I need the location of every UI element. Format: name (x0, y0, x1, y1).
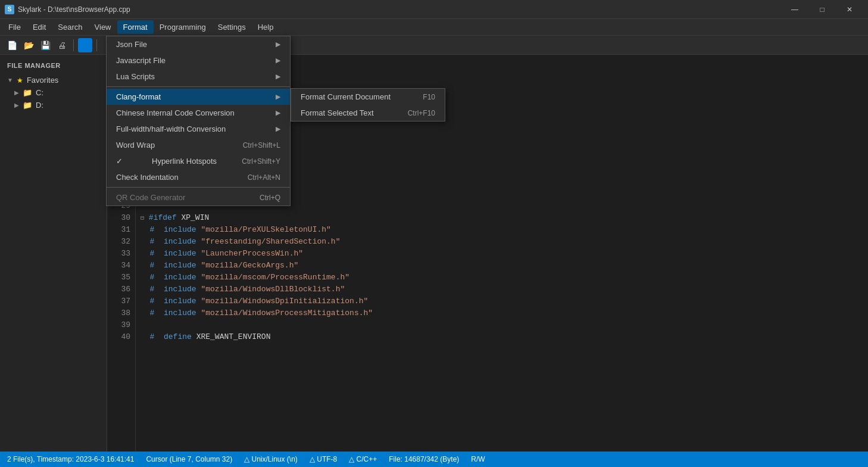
format-menu-qr[interactable]: QR Code Generator Ctrl+Q (107, 189, 290, 206)
toolbar-highlight[interactable] (78, 38, 92, 52)
status-files: 2 File(s), Timestamp: 2023-6-3 16:41:41 (7, 455, 134, 463)
menu-settings[interactable]: Settings (212, 20, 252, 34)
format-menu-indent[interactable]: Check Indentation Ctrl+Alt+N (107, 169, 290, 185)
menu-view[interactable]: View (89, 20, 117, 34)
app-icon: S (5, 5, 14, 14)
word-wrap-shortcut: Ctrl+Shift+L (243, 141, 280, 150)
format-selected-label: Format Selected Text (301, 108, 384, 117)
toolbar-save[interactable]: 💾 (38, 38, 52, 52)
code-line-37: # include "mozilla/WindowsDpiInitializat… (140, 295, 863, 307)
code-line-31: # include "mozilla/PreXULSkeletonUI.h" (140, 224, 863, 236)
code-line-30: ⊟ #ifdef XP_WIN (140, 212, 863, 224)
d-drive-label: D: (36, 101, 99, 110)
code-line-34: # include "mozilla/GeckoArgs.h" (140, 260, 863, 272)
format-selected-shortcut: Ctrl+F10 (408, 109, 435, 117)
qr-generator-label: QR Code Generator (116, 193, 236, 202)
expand-arrow-favorites: ▼ (7, 77, 13, 83)
lua-scripts-label: Lua Scripts (116, 72, 252, 81)
status-line-ending: △ Unix/Linux (\n) (244, 455, 298, 463)
status-cursor: Cursor (Line 7, Column 32) (146, 455, 232, 463)
format-current-label: Format Current Document (301, 92, 399, 101)
menu-search[interactable]: Search (52, 20, 88, 34)
qr-generator-shortcut: Ctrl+Q (260, 194, 280, 202)
window-title: Skylark - D:\test\nsBrowserApp.cpp (18, 5, 130, 14)
format-menu-fullhalf[interactable]: Full-width/half-width Conversion ▶ (107, 121, 290, 137)
json-file-arrow: ▶ (276, 41, 280, 48)
sidebar-item-favorites[interactable]: ▼ ★ Favorites (0, 74, 107, 86)
folder-icon-c: 📁 (23, 88, 32, 97)
close-button[interactable]: ✕ (836, 0, 863, 19)
sidebar-title: File Manager (0, 60, 107, 74)
format-selected-text[interactable]: Format Selected Text Ctrl+F10 (291, 105, 445, 121)
format-menu-clang[interactable]: Clang-format ▶ (107, 89, 290, 105)
status-encoding: △ UTF-8 (310, 455, 337, 463)
minimize-button[interactable]: — (781, 0, 808, 19)
expand-arrow-d: ▶ (14, 102, 19, 108)
clang-submenu: Format Current Document F10 Format Selec… (291, 88, 445, 122)
chinese-conversion-arrow: ▶ (276, 109, 280, 117)
toolbar-open[interactable]: 📂 (21, 38, 36, 52)
format-current-doc[interactable]: Format Current Document F10 (291, 89, 445, 105)
sidebar: File Manager ▼ ★ Favorites ▶ 📁 C: ▶ 📁 D: (0, 55, 107, 452)
hyperlink-check: ✓ (116, 157, 126, 166)
menu-bar: File Edit Search View Format Programming… (0, 19, 868, 36)
toolbar-sep2 (96, 39, 97, 51)
format-current-shortcut: F10 (423, 93, 435, 101)
javascript-file-arrow: ▶ (276, 57, 280, 64)
code-line-32: # include "freestanding/SharedSection.h" (140, 236, 863, 248)
toolbar-new[interactable]: 📄 (5, 38, 19, 52)
javascript-file-label: Javascript File (116, 56, 252, 65)
format-dropdown: Json File ▶ Javascript File ▶ Lua Script… (106, 36, 291, 206)
status-mode: R/W (471, 455, 485, 463)
word-wrap-label: Word Wrap (116, 141, 219, 150)
format-menu-lua[interactable]: Lua Scripts ▶ (107, 69, 290, 85)
format-sep1 (107, 86, 290, 87)
clang-format-label: Clang-format (116, 92, 252, 101)
maximize-button[interactable]: □ (808, 0, 836, 19)
hyperlink-shortcut: Ctrl+Shift+Y (242, 157, 280, 166)
clang-format-arrow: ▶ (276, 93, 280, 101)
menu-file[interactable]: File (2, 20, 27, 34)
menu-format[interactable]: Format (117, 20, 154, 34)
sidebar-item-d[interactable]: ▶ 📁 D: (0, 99, 107, 111)
format-menu-javascript[interactable]: Javascript File ▶ (107, 52, 290, 69)
title-bar-left: S Skylark - D:\test\nsBrowserApp.cpp (5, 5, 130, 14)
code-line-35: # include "mozilla/mscom/ProcessRuntime.… (140, 272, 863, 284)
status-file-info: File: 14687/342 (Byte) (389, 455, 459, 463)
code-line-33: # include "LauncherProcessWin.h" (140, 248, 863, 260)
expand-arrow-c: ▶ (14, 89, 19, 96)
folder-icon-d: 📁 (23, 101, 32, 110)
title-bar: S Skylark - D:\test\nsBrowserApp.cpp — □… (0, 0, 868, 19)
toolbar-sep1 (73, 39, 74, 51)
format-menu-wordwrap[interactable]: Word Wrap Ctrl+Shift+L (107, 137, 290, 153)
code-line-36: # include "mozilla/WindowsDllBlocklist.h… (140, 284, 863, 295)
format-sep2 (107, 187, 290, 188)
format-menu-chinese[interactable]: Chinese Internal Code Conversion ▶ (107, 105, 290, 121)
status-language: △ C/C++ (349, 455, 377, 463)
sidebar-item-c[interactable]: ▶ 📁 C: (0, 86, 107, 99)
window-controls: — □ ✕ (781, 0, 863, 19)
check-indent-label: Check Indentation (116, 173, 224, 182)
favorites-star-icon: ★ (17, 76, 23, 85)
chinese-conversion-label: Chinese Internal Code Conversion (116, 108, 252, 117)
full-half-arrow: ▶ (276, 125, 280, 133)
format-menu-json[interactable]: Json File ▶ (107, 36, 290, 52)
status-bar: 2 File(s), Timestamp: 2023-6-3 16:41:41 … (0, 452, 868, 467)
code-line-38: # include "mozilla/WindowsProcessMitigat… (140, 307, 863, 319)
toolbar-print[interactable]: 🖨 (55, 38, 69, 52)
code-line-39 (140, 319, 863, 331)
format-menu-hyperlink[interactable]: ✓ Hyperlink Hotspots Ctrl+Shift+Y (107, 153, 290, 169)
favorites-label: Favorites (27, 76, 99, 85)
code-line-40: # define XRE_WANT_ENVIRON (140, 331, 863, 343)
full-half-label: Full-width/half-width Conversion (116, 124, 252, 133)
menu-help[interactable]: Help (252, 20, 280, 34)
json-file-label: Json File (116, 40, 252, 49)
menu-programming[interactable]: Programming (154, 20, 212, 34)
check-indent-shortcut: Ctrl+Alt+N (248, 173, 280, 182)
lua-scripts-arrow: ▶ (276, 73, 280, 80)
hyperlink-label: Hyperlink Hotspots (152, 157, 218, 166)
c-drive-label: C: (36, 88, 99, 97)
menu-edit[interactable]: Edit (27, 20, 52, 34)
